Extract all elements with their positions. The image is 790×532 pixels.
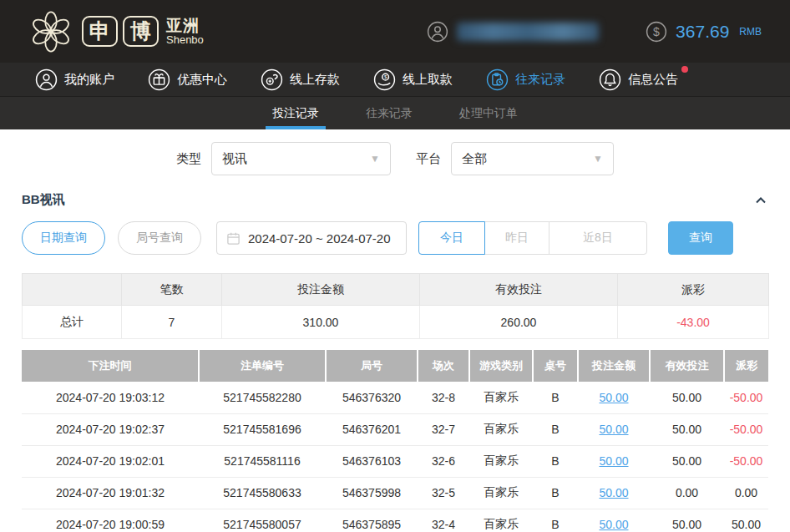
date-shortcut-group: 今日 昨日 近8日 — [418, 221, 647, 255]
user-account[interactable] — [427, 21, 599, 43]
table-row: 2024-07-20 19:02:37521745581696546376201… — [22, 413, 768, 445]
payout: -50.00 — [724, 445, 768, 477]
tab-processing-orders[interactable]: 处理中订单 — [456, 97, 521, 129]
round-query-button[interactable]: 局号查询 — [118, 221, 201, 255]
chevron-up-icon[interactable] — [753, 193, 768, 208]
bet-column-header: 有效投注 — [650, 350, 724, 382]
round-number: 546375895 — [326, 509, 418, 532]
balance-amount: 367.69 — [676, 22, 729, 42]
platform-select-value: 全部 — [462, 151, 487, 167]
summary-payout: -43.00 — [618, 306, 769, 339]
type-filter-label: 类型 — [176, 151, 201, 167]
table-number: B — [533, 413, 578, 445]
brand-logo[interactable]: 申 博 亚洲 Shenbo — [28, 9, 204, 54]
bet-amount-link[interactable]: 50.00 — [578, 477, 650, 509]
section-title: BB视讯 — [22, 192, 65, 208]
bet-time: 2024-07-20 19:02:01 — [22, 445, 199, 477]
platform-select[interactable]: 全部 ▼ — [451, 142, 614, 175]
tab-transaction-records[interactable]: 往来记录 — [362, 97, 416, 129]
game-type: 百家乐 — [469, 382, 533, 413]
valid-bet: 50.00 — [650, 445, 724, 477]
summary-column-header: 笔数 — [122, 274, 222, 306]
withdraw-icon: $ — [373, 68, 396, 91]
brand-char-2: 博 — [123, 16, 159, 47]
tab-bet-records[interactable]: 投注记录 — [269, 97, 322, 129]
summary-column-header: 派彩 — [618, 274, 769, 306]
bet-amount-link[interactable]: 50.00 — [578, 445, 650, 477]
user-avatar-icon — [427, 21, 448, 43]
table-row: 2024-07-20 19:00:59521745580057546375895… — [22, 509, 768, 532]
summary-table: 笔数投注金额有效投注派彩 总计 7 310.00 260.00 -43.00 — [22, 273, 769, 339]
bet-column-header: 游戏类别 — [469, 350, 533, 382]
table-number: B — [533, 382, 578, 413]
order-number: 521745581116 — [199, 445, 326, 477]
type-select[interactable]: 视讯 ▼ — [211, 142, 391, 175]
game-type: 百家乐 — [469, 445, 533, 477]
platform-filter-label: 平台 — [416, 151, 441, 167]
nav-item-withdraw[interactable]: $ 线上取款 — [373, 68, 453, 91]
top-header: 申 博 亚洲 Shenbo $ 367.69 RMB — [0, 0, 790, 63]
svg-text:$: $ — [653, 24, 660, 38]
bet-column-header: 场次 — [418, 350, 469, 382]
table-row: 2024-07-20 19:02:01521745581116546376103… — [22, 445, 768, 477]
session: 32-6 — [418, 445, 469, 477]
svg-text:$: $ — [384, 73, 387, 79]
chevron-down-icon: ▼ — [370, 153, 380, 165]
balance[interactable]: $ 367.69 RMB — [646, 21, 762, 43]
table-number: B — [533, 509, 578, 532]
table-number: B — [533, 477, 578, 509]
payout: 0.00 — [724, 477, 768, 509]
nav-item-announcements[interactable]: 信息公告 — [599, 68, 678, 91]
bet-column-header: 桌号 — [533, 350, 578, 382]
summary-column-header — [23, 274, 122, 306]
game-type: 百家乐 — [469, 509, 533, 532]
nav-label: 我的账户 — [64, 72, 114, 88]
flower-logo-icon — [28, 9, 73, 54]
search-button[interactable]: 查询 — [668, 221, 733, 255]
bet-column-header: 下注时间 — [22, 350, 199, 382]
nav-label: 优惠中心 — [177, 72, 227, 88]
bet-table-body: 2024-07-20 19:03:12521745582280546376320… — [22, 382, 768, 532]
payout: -50.00 — [724, 382, 768, 413]
bet-time: 2024-07-20 19:00:59 — [22, 509, 199, 532]
bet-amount-link[interactable]: 50.00 — [578, 509, 650, 532]
bell-icon — [599, 68, 621, 91]
order-number: 521745580057 — [199, 509, 326, 532]
summary-count: 7 — [122, 306, 222, 339]
coin-icon: $ — [646, 21, 667, 43]
bet-amount-link[interactable]: 50.00 — [578, 382, 650, 413]
round-number: 546375998 — [326, 477, 418, 509]
session: 32-5 — [418, 477, 469, 509]
summary-column-header: 投注金额 — [222, 274, 420, 306]
last-8-days-button[interactable]: 近8日 — [549, 221, 647, 255]
chevron-down-icon: ▼ — [593, 153, 603, 165]
record-tabs: 投注记录 往来记录 处理中订单 — [0, 96, 790, 129]
nav-item-promotions[interactable]: 优惠中心 — [148, 68, 227, 91]
valid-bet: 0.00 — [650, 477, 724, 509]
session: 32-4 — [418, 509, 469, 532]
records-icon — [486, 68, 509, 91]
session: 32-8 — [418, 382, 469, 413]
nav-item-my-account[interactable]: 我的账户 — [35, 68, 114, 91]
yesterday-button[interactable]: 昨日 — [484, 221, 549, 255]
brand-suffix-cn: 亚洲 — [166, 18, 204, 34]
type-select-value: 视讯 — [222, 151, 247, 167]
bet-amount-link[interactable]: 50.00 — [578, 413, 650, 445]
order-number: 521745581696 — [199, 413, 326, 445]
bet-column-header: 注单编号 — [199, 350, 326, 382]
date-range-value: 2024-07-20 ~ 2024-07-20 — [248, 231, 391, 246]
date-query-button[interactable]: 日期查询 — [22, 221, 105, 255]
nav-item-deposit[interactable]: 线上存款 — [261, 68, 340, 91]
bet-table-header-row: 下注时间注单编号局号场次游戏类别桌号投注金额有效投注派彩 — [22, 350, 768, 382]
today-button[interactable]: 今日 — [418, 221, 485, 255]
table-row: 2024-07-20 19:01:32521745580633546375998… — [22, 477, 768, 509]
session: 32-7 — [418, 413, 469, 445]
summary-total-label: 总计 — [23, 306, 122, 339]
calendar-icon — [226, 231, 241, 246]
nav-item-transaction-records[interactable]: 往来记录 — [486, 68, 565, 91]
date-range-input[interactable]: 2024-07-20 ~ 2024-07-20 — [216, 221, 407, 255]
summary-header-row: 笔数投注金额有效投注派彩 — [23, 274, 769, 306]
bet-records-table: 下注时间注单编号局号场次游戏类别桌号投注金额有效投注派彩 2024-07-20 … — [22, 350, 768, 532]
section-header: BB视讯 — [22, 192, 768, 208]
order-number: 521745580633 — [199, 477, 326, 509]
